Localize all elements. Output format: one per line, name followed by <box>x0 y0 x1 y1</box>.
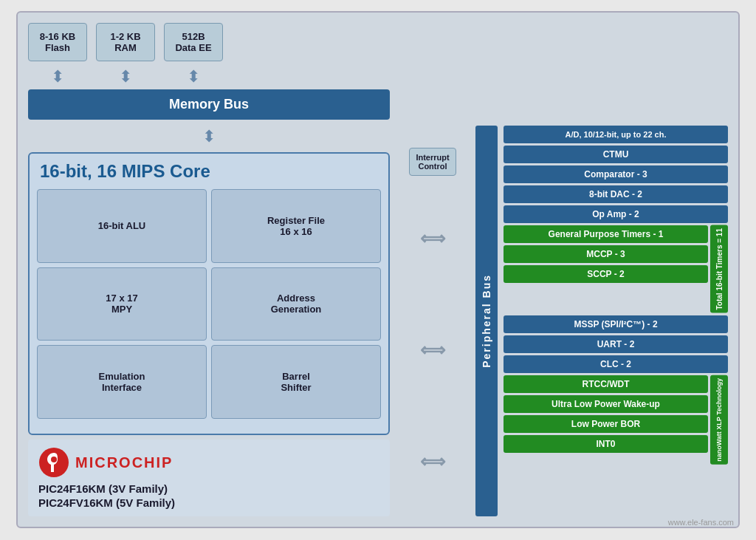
cpu-cell-addr-gen: AddressGeneration <box>211 267 381 341</box>
timer-items: General Purpose Timers - 1 MCCP - 3 SCCP… <box>504 225 708 313</box>
cpu-cell-barrel: BarrelShifter <box>211 345 381 419</box>
periph-dac: 8-bit DAC - 2 <box>504 185 728 203</box>
timer-group-label: Total 16-bit Timers = 11 <box>710 225 728 313</box>
eeprom-block: 512B Data EE <box>164 23 223 61</box>
nanowatt-items: RTCC/WDT Ultra Low Power Wake-up Low Pow… <box>504 375 708 465</box>
memory-blocks-group: 8-16 KB Flash 1-2 KB RAM 512B Data EE <box>28 23 223 61</box>
arrow-flash-down: ⬍ <box>28 67 87 86</box>
timer-group: General Purpose Timers - 1 MCCP - 3 SCCP… <box>504 225 728 313</box>
flash-label-line2: Flash <box>45 42 70 53</box>
periph-timers: General Purpose Timers - 1 <box>504 225 708 243</box>
periph-mccp: MCCP - 3 <box>504 245 708 263</box>
flash-block: 8-16 KB Flash <box>28 23 87 61</box>
ram-block: 1-2 KB RAM <box>96 23 155 61</box>
cpu-grid: 16-bit ALU Register File16 x 16 17 x 17M… <box>37 189 381 419</box>
peripheral-panel: A/D, 10/12-bit, up to 22 ch. CTMU Compar… <box>504 126 728 516</box>
periph-opamp: Op Amp - 2 <box>504 205 728 223</box>
ram-label-line2: RAM <box>114 42 137 53</box>
periph-comparator: Comparator - 3 <box>504 165 728 183</box>
periph-ctmu: CTMU <box>504 146 728 163</box>
periph-sccp: SCCP - 2 <box>504 265 708 283</box>
cpu-cell-alu: 16-bit ALU <box>37 189 207 263</box>
periph-bor: Low Power BOR <box>504 415 708 433</box>
periph-clc: CLC - 2 <box>504 355 728 373</box>
cpu-title: 16-bit, 16 MIPS Core <box>37 161 381 182</box>
arrow-ram-down: ⬍ <box>96 67 155 86</box>
periph-rtcc: RTCC/WDT <box>504 375 708 393</box>
cpu-cell-emulation: EmulationInterface <box>37 345 207 419</box>
ram-label-line1: 1-2 KB <box>110 31 140 42</box>
peripheral-bus-bar: Peripheral Bus <box>475 126 498 516</box>
periph-mssp: MSSP (SPI/I²C™) - 2 <box>504 315 728 333</box>
cpu-cell-regfile: Register File16 x 16 <box>211 189 381 263</box>
memory-bus-bar: Memory Bus <box>28 89 390 120</box>
ee-label-line2: Data EE <box>175 42 211 53</box>
microchip-logo-row: MICROCHIP <box>38 447 173 478</box>
arrows-down-row: ⬍ ⬍ ⬍ <box>28 64 728 89</box>
arrow-cpu-periph-3: ⟺ <box>420 451 445 472</box>
main-diagram: 8-16 KB Flash 1-2 KB RAM 512B Data EE ⬍ … <box>16 11 740 528</box>
periph-int0: INT0 <box>504 435 708 453</box>
microchip-logo-icon <box>38 447 69 478</box>
nanowatt-group: RTCC/WDT Ultra Low Power Wake-up Low Pow… <box>504 375 728 465</box>
peripheral-bus-label: Peripheral Bus <box>481 274 492 368</box>
ee-label-line1: 512B <box>182 31 205 42</box>
part-number-1: PIC24F16KM (3V Family) <box>38 482 168 495</box>
part-number-2: PIC24FV16KM (5V Family) <box>38 496 175 509</box>
microchip-section: MICROCHIP PIC24F16KM (3V Family) PIC24FV… <box>28 440 390 516</box>
microchip-brand: MICROCHIP <box>75 454 173 471</box>
interrupt-control-box: InterruptControl <box>409 148 456 176</box>
cpu-cell-mpy: 17 x 17MPY <box>37 267 207 341</box>
periph-ulpwake: Ultra Low Power Wake-up <box>504 395 708 413</box>
top-memory-row: 8-16 KB Flash 1-2 KB RAM 512B Data EE <box>28 23 728 61</box>
arrow-membus-to-cpu: ⬍ <box>28 126 390 148</box>
periph-adc: A/D, 10/12-bit, up to 22 ch. <box>504 126 728 143</box>
cpu-core-box: 16-bit, 16 MIPS Core 16-bit ALU Register… <box>28 152 390 435</box>
svg-point-1 <box>51 457 57 462</box>
flash-label-line1: 8-16 KB <box>40 31 75 42</box>
periph-uart: UART - 2 <box>504 335 728 353</box>
arrow-cpu-periph-1: ⟺ <box>420 228 445 249</box>
arrow-cpu-periph-2: ⟺ <box>420 340 445 360</box>
memory-bus-section: Memory Bus <box>28 89 728 120</box>
arrow-ee-down: ⬍ <box>164 67 223 86</box>
nanowatt-label: nanoWatt XLP Technology <box>710 375 728 465</box>
watermark: www.ele-fans.com <box>668 518 734 527</box>
